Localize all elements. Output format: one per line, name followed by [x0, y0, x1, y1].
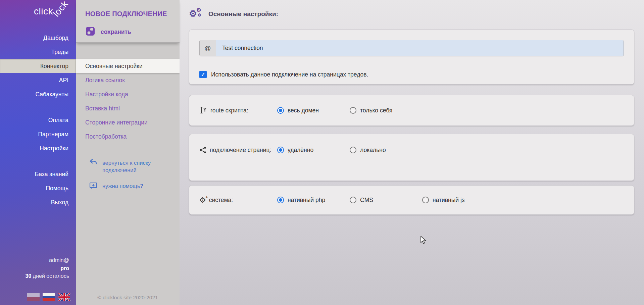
account-plan: pro — [0, 264, 69, 272]
sidebar-item-threads[interactable]: Треды — [0, 45, 76, 59]
comment-plus-icon — [89, 182, 97, 191]
sidebar-item-payment[interactable]: Оплата — [0, 113, 76, 127]
radio-option-only-self[interactable]: только себя — [350, 106, 422, 115]
logo-text-lock: lock — [51, 0, 70, 19]
sidebar-nav: Дашборд Треды Коннектор API Сабакаунты О… — [0, 31, 76, 209]
nav-group-misc: База знаний Помощь Выход — [0, 167, 76, 209]
radio-whole-domain-label: весь домен — [288, 106, 319, 115]
uk-flag-icon[interactable] — [58, 293, 70, 301]
connection-name-group: @ — [199, 40, 624, 56]
back-to-list-link[interactable]: вернуться к списку подключений — [76, 159, 180, 174]
radio-cms-label: CMS — [360, 196, 373, 204]
page-connection-card: подключение страниц: удалённо локально — [189, 134, 634, 181]
radio-native-php-label: нативный php — [288, 196, 325, 204]
route-icon — [199, 106, 207, 116]
nav-group-billing: Оплата Партнерам Настройки — [0, 113, 76, 155]
sidebar-item-connector[interactable]: Коннектор — [0, 59, 76, 73]
panel-header: НОВОЕ ПОДКЛЮЧЕНИЕ сохранить — [76, 0, 180, 43]
main-sidebar: click lock Дашборд Треды Коннектор API С… — [0, 0, 76, 305]
poland-flag-icon[interactable] — [27, 293, 40, 301]
logo-text-click: click — [34, 6, 53, 17]
sidebar-item-api[interactable]: API — [0, 73, 76, 87]
page-connection-label: подключение страниц: — [199, 146, 277, 156]
settings-menu: Основные настройки Логика ссылок Настрой… — [76, 59, 180, 144]
connection-panel: НОВОЕ ПОДКЛЮЧЕНИЕ сохранить Основные нас… — [76, 0, 180, 305]
system-label: ⚙+система: — [199, 196, 277, 204]
menu-item-general-settings[interactable]: Основные настройки — [76, 59, 180, 73]
radio-option-remote[interactable]: удалённо — [277, 146, 350, 154]
menu-item-html-insert[interactable]: Вставка html — [76, 101, 180, 115]
radio-cms[interactable] — [350, 197, 356, 203]
menu-item-link-logic[interactable]: Логика ссылок — [76, 73, 180, 87]
system-card: ⚙+система: нативный php CMS нативный js — [189, 185, 634, 215]
radio-native-php[interactable] — [277, 197, 284, 203]
need-help-link[interactable]: нужна помощь? — [76, 182, 180, 191]
gear-plus-icon: ⚙+ — [199, 197, 206, 204]
page-title-row: ⚙⚙⚙ Основные настройки: — [189, 8, 635, 20]
use-on-threads-checkbox[interactable]: ✓ — [199, 71, 207, 78]
sidebar-item-help[interactable]: Помощь — [0, 181, 76, 195]
copyright-footer: © clicklock.site 2020-2021 — [76, 295, 180, 305]
radio-option-native-php[interactable]: нативный php — [277, 196, 350, 204]
radio-native-js[interactable] — [422, 197, 429, 203]
main-content: ⚙⚙⚙ Основные настройки: @ ✓ Использовать… — [180, 0, 644, 305]
menu-item-integrations[interactable]: Сторонние интеграции — [76, 115, 180, 130]
radio-local[interactable] — [350, 147, 356, 153]
sidebar-item-knowledge-base[interactable]: База знаний — [0, 167, 76, 181]
panel-links: вернуться к списку подключений нужна пом… — [76, 159, 180, 199]
route-scope-card: route скрипта: весь домен только себя — [189, 95, 634, 126]
sidebar-item-logout[interactable]: Выход — [0, 195, 76, 209]
sidebar-item-partners[interactable]: Партнерам — [0, 127, 76, 141]
connection-name-card: @ ✓ Использовать данное подключение на с… — [189, 30, 634, 85]
page-title: Основные настройки: — [208, 10, 278, 18]
gears-icon: ⚙⚙⚙ — [189, 8, 203, 20]
at-prefix-icon: @ — [200, 40, 216, 56]
radio-native-js-label: нативный js — [433, 196, 465, 204]
undo-arrow-icon — [89, 159, 97, 166]
account-email: admin@ — [0, 256, 69, 264]
radio-local-label: локально — [360, 146, 386, 154]
radio-only-self-label: только себя — [360, 106, 392, 115]
clicklock-logo[interactable]: click lock — [0, 0, 76, 22]
connection-name-input[interactable] — [216, 40, 624, 56]
account-days-left: 30 дней осталось — [0, 272, 69, 280]
radio-option-cms[interactable]: CMS — [350, 196, 422, 204]
menu-item-postprocessing[interactable]: Постобработка — [76, 130, 180, 144]
russia-flag-icon[interactable] — [43, 293, 55, 301]
save-button[interactable]: сохранить — [85, 26, 180, 38]
radio-only-self[interactable] — [350, 107, 356, 114]
need-help-label: нужна помощь? — [102, 182, 143, 190]
radio-option-native-js[interactable]: нативный js — [422, 196, 495, 204]
save-floppy-icon — [85, 26, 95, 38]
share-icon — [199, 146, 207, 156]
sidebar-item-settings[interactable]: Настройки — [0, 141, 76, 155]
app-window: click lock Дашборд Треды Коннектор API С… — [0, 0, 644, 305]
route-scope-label: route скрипта: — [199, 106, 277, 116]
panel-title: НОВОЕ ПОДКЛЮЧЕНИЕ — [85, 10, 180, 18]
use-on-threads-label: Использовать данное подключение на стран… — [211, 71, 368, 78]
sidebar-item-subaccounts[interactable]: Сабакаунты — [0, 87, 76, 101]
language-switcher — [0, 280, 76, 305]
account-info: admin@ pro 30 дней осталось — [0, 256, 76, 280]
radio-option-whole-domain[interactable]: весь домен — [277, 106, 350, 115]
menu-item-code-settings[interactable]: Настройки кода — [76, 87, 180, 101]
sidebar-item-dashboard[interactable]: Дашборд — [0, 31, 76, 45]
use-on-threads-row: ✓ Использовать данное подключение на стр… — [199, 71, 624, 78]
radio-option-local[interactable]: локально — [350, 146, 422, 154]
back-to-list-label: вернуться к списку подключений — [102, 159, 159, 174]
nav-group-primary: Дашборд Треды Коннектор API Сабакаунты — [0, 31, 76, 101]
radio-remote-label: удалённо — [288, 146, 313, 154]
radio-remote[interactable] — [277, 147, 284, 153]
radio-whole-domain[interactable] — [277, 107, 284, 114]
save-button-label: сохранить — [101, 29, 131, 36]
